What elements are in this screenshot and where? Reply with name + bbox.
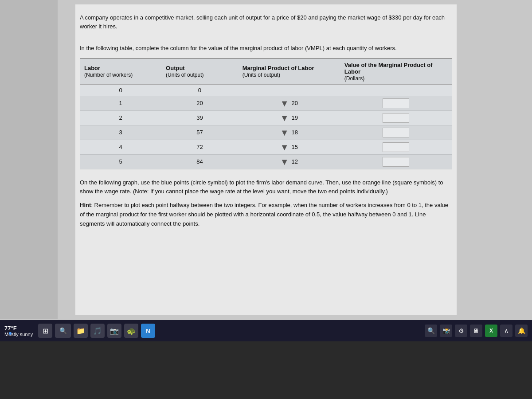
hint-label: Hint	[80, 202, 91, 208]
mpl-value: 18	[291, 129, 297, 136]
search-icon-right[interactable]: 🔍	[425, 325, 437, 337]
settings-icon[interactable]: ⚙	[455, 325, 467, 337]
table-row: 472▼15	[80, 140, 452, 154]
vmpl-input[interactable]	[383, 142, 409, 152]
cell-output: 0	[161, 84, 238, 96]
mpl-value: 12	[291, 158, 297, 165]
table-instruction: In the following table, complete the col…	[80, 44, 452, 53]
vmpl-input[interactable]	[383, 98, 409, 108]
excel-icon[interactable]: X	[485, 325, 497, 337]
vmpl-input[interactable]	[383, 128, 409, 137]
cell-mpl: ▼20	[238, 96, 340, 110]
cell-mpl: ▼15	[238, 140, 340, 154]
weather-widget: 77°F Mostly sunny	[4, 325, 35, 337]
table-row: 239▼19	[80, 110, 452, 125]
cell-mpl	[238, 84, 340, 96]
cell-output: 72	[161, 140, 238, 154]
table-row: 357▼18	[80, 125, 452, 140]
intro-paragraph: A company operates in a competitive mark…	[80, 13, 452, 31]
weather-temp: 77°F	[4, 325, 35, 332]
cell-output: 84	[161, 154, 238, 169]
arrow-down-icon: ▼	[280, 128, 289, 137]
cell-mpl: ▼12	[238, 154, 340, 169]
mpl-value: 19	[291, 114, 297, 121]
header-mpl: Marginal Product of Labor (Units of outp…	[238, 59, 340, 85]
cell-mpl: ▼18	[238, 125, 340, 140]
main-content: A company operates in a competitive mark…	[75, 4, 457, 315]
cell-labor: 0	[80, 84, 161, 96]
cell-output: 20	[161, 96, 238, 110]
cell-vmpl	[340, 96, 452, 110]
table-row: 00	[80, 84, 452, 96]
hint-text: Hint: Remember to plot each point halfwa…	[80, 201, 452, 228]
cell-vmpl	[340, 140, 452, 154]
screenshot-icon[interactable]: 📸	[440, 325, 452, 337]
graph-instruction: On the following graph, use the blue poi…	[80, 178, 452, 197]
cell-labor: 4	[80, 140, 161, 154]
cell-vmpl	[340, 154, 452, 169]
cell-labor: 3	[80, 125, 161, 140]
bottom-area	[0, 341, 532, 399]
left-sidebar	[0, 0, 58, 319]
header-labor: Labor (Number of workers)	[80, 59, 161, 85]
table-row: 584▼12	[80, 154, 452, 169]
arrow-down-icon: ▼	[280, 157, 289, 166]
screen-icon[interactable]: 🖥	[470, 325, 482, 337]
notification-icon[interactable]: 🔔	[515, 325, 528, 337]
table-row: 120▼20	[80, 96, 452, 110]
arrow-down-icon: ▼	[280, 113, 289, 122]
cell-labor: 5	[80, 154, 161, 169]
app-icon-1[interactable]: 🐢	[124, 324, 138, 338]
cell-labor: 2	[80, 110, 161, 125]
vmpl-input[interactable]	[383, 157, 409, 167]
vmpl-input[interactable]	[383, 113, 409, 123]
cell-vmpl	[340, 110, 452, 125]
cell-labor: 1	[80, 96, 161, 110]
header-vmpl: Value of the Marginal Product of Labor (…	[340, 59, 452, 85]
arrow-down-icon: ▼	[280, 143, 289, 152]
header-output: Output (Units of output)	[161, 59, 238, 85]
file-manager-icon[interactable]: 📁	[74, 324, 88, 338]
cell-mpl: ▼19	[238, 110, 340, 125]
media-icon[interactable]: 🎵	[90, 324, 105, 338]
graph-section: On the following graph, use the blue poi…	[80, 178, 452, 229]
app-icon-2[interactable]: N	[141, 324, 155, 338]
data-table: Labor (Number of workers) Output (Units …	[80, 58, 452, 169]
taskbar: 77°F Mostly sunny ⊞ 🔍 📁 🎵 📷 🐢 N 🔍 📸 ⚙ 🖥 …	[0, 320, 532, 341]
taskbar-right: 🔍 📸 ⚙ 🖥 X ∧ 🔔	[425, 325, 528, 337]
cell-output: 57	[161, 125, 238, 140]
cell-output: 39	[161, 110, 238, 125]
dot-indicator	[9, 332, 12, 335]
mpl-value: 20	[291, 100, 297, 106]
arrow-down-icon: ▼	[280, 99, 289, 108]
cell-vmpl	[340, 125, 452, 140]
camera-icon[interactable]: 📷	[107, 324, 121, 338]
search-button[interactable]: 🔍	[55, 324, 71, 338]
cell-vmpl	[340, 84, 452, 96]
mpl-value: 15	[291, 144, 297, 150]
start-button[interactable]: ⊞	[38, 324, 52, 338]
arrow-up-icon[interactable]: ∧	[500, 325, 512, 337]
